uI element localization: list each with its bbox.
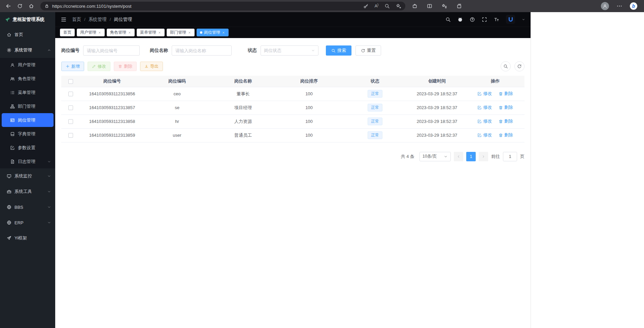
copilot-bing-icon[interactable]: b <box>630 2 637 10</box>
sidebar-item-home[interactable]: 首页 <box>0 27 55 42</box>
browser-home-button[interactable] <box>26 1 36 11</box>
search-button[interactable]: 搜索 <box>326 45 351 56</box>
address-bar[interactable]: https://ccnetcore.com:1101/system/post A… <box>40 2 405 10</box>
row-edit-link[interactable]: 修改 <box>477 104 492 110</box>
tab-post-management[interactable]: 岗位管理 <box>197 29 229 36</box>
trash-icon <box>118 64 122 68</box>
plus-icon <box>66 64 70 68</box>
next-page-button[interactable] <box>479 152 488 161</box>
help-question-icon[interactable] <box>470 17 475 22</box>
extensions-icon[interactable] <box>412 3 417 9</box>
tab-role-management[interactable]: 角色管理 <box>107 29 135 36</box>
sidebar-fold-icon[interactable] <box>61 17 67 23</box>
add-button[interactable]: 新增 <box>61 62 84 71</box>
sidebar-item-yi-framework[interactable]: Yi框架 <box>0 230 55 246</box>
globe-icon <box>7 205 11 209</box>
chevron-down-icon <box>47 205 51 209</box>
delete-button[interactable]: 删除 <box>114 62 137 71</box>
sidebar-item-dict-management[interactable]: 字典管理 <box>0 127 55 141</box>
post-code-input[interactable] <box>83 45 140 56</box>
select-all-checkbox[interactable] <box>68 79 73 84</box>
status-badge: 正常 <box>368 90 382 98</box>
sidebar-item-user-management[interactable]: 用户管理 <box>0 58 55 72</box>
status-badge: 正常 <box>368 104 382 111</box>
trash-icon <box>499 133 503 137</box>
row-delete-link[interactable]: 删除 <box>499 104 513 110</box>
sidebar-item-log-management[interactable]: 日志管理 <box>0 155 55 168</box>
header-search-icon[interactable] <box>445 17 451 22</box>
collections-icon[interactable] <box>456 3 462 9</box>
refresh-table-button[interactable] <box>514 61 524 71</box>
row-checkbox[interactable] <box>68 105 73 110</box>
breadcrumb: 首页 / 系统管理 / 岗位管理 <box>72 17 132 23</box>
status-select[interactable]: 岗位状态 <box>261 45 318 56</box>
site-info-lock-icon[interactable] <box>44 4 49 8</box>
user-avatar[interactable] <box>506 15 515 24</box>
sidebar-item-system-management[interactable]: 系统管理 <box>0 42 55 58</box>
col-post-code: 岗位编码 <box>144 76 210 87</box>
page-number-button[interactable]: 1 <box>466 152 476 161</box>
browser-profile-avatar[interactable] <box>601 2 609 10</box>
split-screen-icon[interactable] <box>427 3 432 9</box>
post-management-page: 岗位编号 岗位名称 状态 岗位状态 搜索 重置 新增 <box>55 38 531 328</box>
sidebar-item-system-monitor[interactable]: 系统监控 <box>0 168 55 184</box>
browser-refresh-button[interactable] <box>15 1 25 11</box>
breadcrumb-home[interactable]: 首页 <box>72 17 81 23</box>
zoom-icon[interactable] <box>384 3 390 9</box>
sidebar-item-post-management[interactable]: 岗位管理 <box>2 113 54 127</box>
close-icon[interactable] <box>128 31 131 34</box>
sidebar-item-role-management[interactable]: 角色管理 <box>0 72 55 86</box>
row-checkbox[interactable] <box>68 119 73 124</box>
browser-more-icon[interactable] <box>616 3 622 9</box>
fullscreen-icon[interactable] <box>482 17 487 22</box>
add-favorite-icon[interactable] <box>396 3 401 9</box>
sidebar-item-erp[interactable]: ERP <box>0 215 55 230</box>
edit-pen-icon <box>10 145 15 150</box>
tab-user-management[interactable]: 用户管理 <box>77 29 105 36</box>
row-checkbox[interactable] <box>68 92 73 96</box>
browser-back-button[interactable] <box>3 1 13 11</box>
active-tab-dot <box>200 31 202 34</box>
row-edit-link[interactable]: 修改 <box>477 132 492 138</box>
app-logo[interactable]: 意框架管理系统 <box>0 12 55 27</box>
chevron-down-icon <box>47 174 51 178</box>
font-size-icon[interactable] <box>494 17 499 22</box>
book-icon <box>10 132 15 136</box>
sidebar-item-param-settings[interactable]: 参数设置 <box>0 141 55 155</box>
toggle-search-button[interactable] <box>501 61 511 71</box>
page-size-select[interactable]: 10条/页 <box>419 152 451 161</box>
row-edit-link[interactable]: 修改 <box>477 118 492 124</box>
close-icon[interactable] <box>98 31 101 34</box>
row-delete-link[interactable]: 删除 <box>499 118 513 124</box>
avatar-dropdown-caret-icon[interactable] <box>522 18 525 21</box>
row-delete-link[interactable]: 删除 <box>499 132 513 138</box>
close-icon[interactable] <box>158 31 161 34</box>
close-icon[interactable] <box>188 31 191 34</box>
table-toolbar: 新增 修改 删除 导出 <box>61 61 524 71</box>
sidebar-item-dept-management[interactable]: 部门管理 <box>0 99 55 113</box>
favorites-icon[interactable] <box>442 3 447 9</box>
edit-button[interactable]: 修改 <box>88 62 110 71</box>
row-checkbox[interactable] <box>68 133 73 138</box>
reset-button[interactable]: 重置 <box>355 45 381 56</box>
read-aloud-icon[interactable]: A) <box>375 4 378 8</box>
prev-page-button[interactable] <box>454 152 463 161</box>
post-name-input[interactable] <box>172 45 232 56</box>
table-row: 1641030593112313856 ceo 董事长 100 正常 2023-… <box>61 87 524 101</box>
close-icon[interactable] <box>222 31 225 34</box>
password-key-icon[interactable] <box>363 3 369 9</box>
row-delete-link[interactable]: 删除 <box>499 91 513 97</box>
pagination: 共 4 条 10条/页 1 前往 页 <box>61 152 524 161</box>
sidebar-item-system-tools[interactable]: 系统工具 <box>0 184 55 199</box>
goto-page-input[interactable] <box>503 152 517 161</box>
breadcrumb-system[interactable]: 系统管理 <box>89 17 107 23</box>
export-button[interactable]: 导出 <box>140 62 163 71</box>
sidebar-item-menu-management[interactable]: 菜单管理 <box>0 86 55 99</box>
row-edit-link[interactable]: 修改 <box>477 91 492 97</box>
tab-home[interactable]: 首页 <box>60 29 75 36</box>
download-icon <box>144 64 148 68</box>
tab-menu-management[interactable]: 菜单管理 <box>137 29 165 36</box>
sidebar-item-bbs[interactable]: BBS <box>0 199 55 215</box>
tab-dept-management[interactable]: 部门管理 <box>167 29 195 36</box>
github-icon[interactable] <box>457 17 463 22</box>
